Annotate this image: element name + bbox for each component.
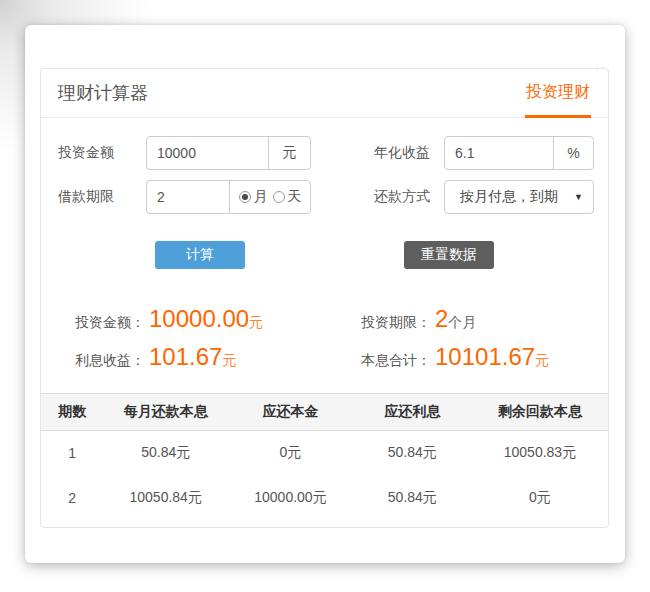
col-header-principal-due: 应还本金 [228, 394, 353, 431]
summary-investment-term: 投资期限： 2 个月 [361, 305, 574, 333]
annual-yield-input[interactable] [445, 137, 553, 169]
calculator-modal: × 理财计算器 投资理财 投资金额 元 年化收益 % [25, 25, 625, 563]
tab-investment[interactable]: 投资理财 [525, 69, 591, 118]
table-row: 2 10050.84元 10000.00元 50.84元 0元 [41, 476, 608, 521]
cell-principal-due: 10000.00元 [228, 476, 353, 521]
col-header-interest-due: 应还利息 [353, 394, 472, 431]
summary-value: 10101.67 [435, 343, 535, 371]
cell-interest-due: 50.84元 [353, 476, 472, 521]
form-area: 投资金额 元 年化收益 % 借款期限 [41, 118, 608, 371]
table-row: 1 50.84元 0元 50.84元 10050.83元 [41, 431, 608, 476]
investment-amount-label: 投资金额 [58, 144, 146, 162]
annual-yield-group: 年化收益 % [374, 136, 594, 170]
radio-day-icon[interactable] [273, 191, 285, 203]
loan-term-box: 月 天 [146, 180, 311, 214]
radio-day-label[interactable]: 天 [288, 188, 302, 206]
reset-button[interactable]: 重置数据 [404, 241, 494, 269]
summary-interest-income: 利息收益： 101.67 元 [75, 343, 361, 371]
summary-investment-amount: 投资金额： 10000.00 元 [75, 305, 361, 333]
summary-unit: 元 [249, 314, 263, 332]
radio-month-label[interactable]: 月 [254, 188, 268, 206]
form-row-1: 投资金额 元 年化收益 % [58, 136, 591, 170]
result-summary: 投资金额： 10000.00 元 投资期限： 2 个月 利息收益： 101.67… [58, 305, 591, 371]
summary-principal-interest-total: 本息合计： 10101.67 元 [361, 343, 574, 371]
chevron-down-icon: ▼ [574, 192, 583, 202]
table-header-row: 期数 每月还款本息 应还本金 应还利息 剩余回款本息 [41, 394, 608, 431]
investment-amount-group: 投资金额 元 [58, 136, 311, 170]
loan-term-group: 借款期限 月 天 [58, 180, 311, 214]
summary-unit: 个月 [448, 314, 476, 332]
button-row: 计算 重置数据 [58, 241, 591, 269]
repayment-method-group: 还款方式 按月付息，到期 ▼ [374, 180, 594, 214]
loan-term-label: 借款期限 [58, 188, 146, 206]
investment-amount-input[interactable] [147, 137, 268, 169]
cell-interest-due: 50.84元 [353, 431, 472, 476]
cell-monthly-payment: 50.84元 [103, 431, 228, 476]
summary-label: 投资期限： [361, 314, 431, 332]
summary-label: 本息合计： [361, 352, 431, 370]
cell-remaining: 0元 [472, 476, 608, 521]
summary-label: 投资金额： [75, 314, 145, 332]
panel-header: 理财计算器 投资理财 [41, 69, 608, 118]
repayment-method-value: 按月付息，到期 [460, 188, 558, 206]
loan-term-unit-radios: 月 天 [229, 181, 310, 213]
summary-label: 利息收益： [75, 352, 145, 370]
investment-amount-box: 元 [146, 136, 311, 170]
calculator-panel: 理财计算器 投资理财 投资金额 元 年化收益 % [40, 68, 609, 528]
investment-amount-unit: 元 [268, 137, 310, 169]
cell-period: 1 [41, 431, 103, 476]
annual-yield-unit: % [553, 137, 593, 169]
summary-unit: 元 [222, 352, 236, 370]
cell-principal-due: 0元 [228, 431, 353, 476]
page-title: 理财计算器 [58, 81, 148, 105]
cell-monthly-payment: 10050.84元 [103, 476, 228, 521]
col-header-monthly-payment: 每月还款本息 [103, 394, 228, 431]
summary-value: 2 [435, 305, 448, 333]
form-row-2: 借款期限 月 天 还款方式 按月付息，到期 [58, 180, 591, 214]
summary-value: 101.67 [149, 343, 222, 371]
repayment-method-select[interactable]: 按月付息，到期 ▼ [444, 180, 594, 214]
annual-yield-box: % [444, 136, 594, 170]
summary-unit: 元 [535, 352, 549, 370]
summary-value: 10000.00 [149, 305, 249, 333]
col-header-period: 期数 [41, 394, 103, 431]
annual-yield-label: 年化收益 [374, 144, 444, 162]
loan-term-input[interactable] [147, 181, 229, 213]
radio-month-icon[interactable] [239, 191, 251, 203]
cell-remaining: 10050.83元 [472, 431, 608, 476]
repayment-method-label: 还款方式 [374, 188, 444, 206]
calculate-button[interactable]: 计算 [155, 241, 245, 269]
repayment-schedule-table: 期数 每月还款本息 应还本金 应还利息 剩余回款本息 1 50.84元 0元 5… [41, 393, 608, 521]
cell-period: 2 [41, 476, 103, 521]
col-header-remaining: 剩余回款本息 [472, 394, 608, 431]
